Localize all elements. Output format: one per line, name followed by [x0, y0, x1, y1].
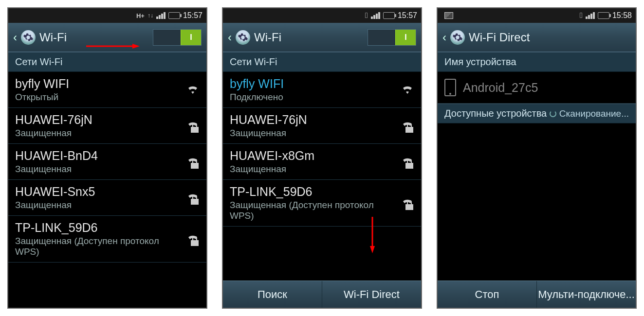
phone-screen-wifi-direct:  15:58 ‹ Wi-Fi Direct Имя устройства An… [437, 7, 637, 309]
settings-gear-icon [236, 30, 250, 45]
network-status: Защищенная [230, 164, 395, 175]
phone-screen-wifi-connected:  15:57 ‹ Wi-Fi I Сети Wi-Fi byfly WIFI … [222, 7, 422, 309]
section-header-device-name: Имя устройства [438, 52, 636, 72]
wifi-network-item[interactable]: HUAWEI-BnD4 Защищенная [8, 144, 206, 180]
section-header-available-devices: Доступные устройства Сканирование... [438, 104, 636, 123]
wifi-network-item[interactable]: HUAWEI-76jN Защищенная [223, 108, 421, 144]
wifi-signal-icon [401, 84, 414, 96]
network-status: Защищенная (Доступен протокол WPS) [15, 236, 180, 257]
status-time: 15:58 [612, 11, 632, 20]
signal-icon [586, 12, 595, 19]
wifi-status-icon:  [365, 11, 368, 20]
data-arrows-icon: ↑↓ [147, 14, 153, 17]
svg-marker-1 [132, 44, 140, 49]
network-name: TP-LINK_59D6 [15, 221, 180, 235]
wifi-signal-locked-icon [401, 120, 414, 132]
wifi-network-item[interactable]: byfly WIFI Подключено [223, 72, 421, 108]
phone-device-icon [444, 79, 456, 96]
battery-icon [598, 12, 609, 19]
wifi-network-item[interactable]: HUAWEI-x8Gm Защищенная [223, 144, 421, 180]
svg-rect-5 [191, 240, 199, 246]
status-time: 15:57 [398, 11, 417, 20]
status-time: 15:57 [183, 11, 202, 20]
network-status: Открытый [15, 92, 180, 103]
status-bar:  15:57 [223, 8, 421, 23]
network-status: Подключено [230, 92, 395, 103]
header-title: Wi-Fi [39, 31, 149, 44]
wifi-toggle[interactable]: I [368, 29, 416, 46]
status-bar: H+ ↑↓ 15:57 [8, 8, 206, 23]
network-name: byfly WIFI [230, 77, 395, 91]
wifi-network-item[interactable]: TP-LINK_59D6 Защищенная (Доступен проток… [8, 216, 206, 263]
network-name: TP-LINK_59D6 [230, 185, 395, 199]
signal-icon [156, 12, 166, 19]
network-name: HUAWEI-BnD4 [15, 149, 180, 163]
settings-gear-icon [450, 30, 465, 45]
notification-icon [444, 12, 453, 19]
wifi-network-item[interactable]: HUAWEI-76jN Защищенная [8, 108, 206, 144]
network-status: Защищенная [15, 128, 180, 139]
back-icon[interactable]: ‹ [228, 31, 232, 44]
wifi-network-item[interactable]: TP-LINK_59D6 Защищенная (Доступен проток… [223, 180, 421, 227]
wifi-network-list: byfly WIFI Открытый HUAWEI-76jN Защищенн… [8, 72, 206, 308]
svg-rect-7 [405, 163, 413, 169]
svg-rect-2 [191, 127, 199, 133]
spinner-icon [550, 110, 556, 117]
device-name-label: Android_27c5 [463, 81, 538, 95]
wifi-signal-locked-icon [401, 197, 414, 209]
network-name: HUAWEI-76jN [230, 113, 395, 127]
annotation-red-arrow-icon [86, 44, 140, 49]
data-indicator: H+ [136, 12, 145, 19]
wifi-network-list: byfly WIFI Подключено HUAWEI-76jN Защище… [223, 72, 421, 281]
wifi-signal-locked-icon [186, 233, 200, 245]
section-header-networks: Сети Wi-Fi [8, 52, 206, 72]
multi-connect-button[interactable]: Мульти-подключе... [537, 281, 636, 308]
wifi-signal-locked-icon [186, 120, 200, 132]
bottom-bar: Поиск Wi-Fi Direct [223, 281, 421, 308]
available-devices-list [438, 123, 636, 281]
back-icon[interactable]: ‹ [13, 31, 17, 44]
wifi-status-icon:  [580, 11, 583, 20]
svg-marker-10 [370, 246, 375, 253]
svg-rect-3 [191, 163, 199, 169]
header-title: Wi-Fi Direct [469, 31, 631, 44]
wifi-direct-button[interactable]: Wi-Fi Direct [322, 281, 421, 308]
header-title: Wi-Fi [254, 31, 364, 44]
wifi-signal-icon [186, 84, 200, 96]
network-name: HUAWEI-Snx5 [15, 185, 180, 199]
network-status: Защищенная (Доступен протокол WPS) [230, 200, 395, 221]
signal-icon [371, 12, 380, 19]
header-bar: ‹ Wi-Fi I [223, 23, 421, 52]
bottom-bar: Стоп Мульти-подключе... [438, 281, 636, 308]
network-name: HUAWEI-76jN [15, 113, 180, 127]
device-name-row[interactable]: Android_27c5 [438, 72, 636, 104]
network-name: byfly WIFI [15, 77, 180, 91]
battery-icon [383, 12, 395, 19]
svg-rect-4 [191, 199, 199, 205]
stop-button[interactable]: Стоп [438, 281, 537, 308]
scanning-indicator: Сканирование... [550, 108, 629, 119]
status-bar:  15:58 [438, 8, 636, 23]
wifi-network-item[interactable]: byfly WIFI Открытый [8, 72, 206, 108]
wifi-network-item[interactable]: HUAWEI-Snx5 Защищенная [8, 180, 206, 216]
wifi-signal-locked-icon [186, 192, 200, 204]
back-icon[interactable]: ‹ [442, 31, 446, 44]
svg-rect-6 [405, 127, 413, 133]
header-bar: ‹ Wi-Fi Direct [438, 23, 636, 52]
scan-button[interactable]: Поиск [223, 281, 322, 308]
wifi-toggle[interactable]: I [153, 29, 202, 46]
svg-rect-8 [405, 204, 413, 210]
phone-screen-wifi-list: H+ ↑↓ 15:57 ‹ Wi-Fi I Сети Wi-Fi byfly W… [7, 7, 207, 309]
network-status: Защищенная [15, 200, 180, 211]
section-header-networks: Сети Wi-Fi [223, 52, 421, 72]
network-name: HUAWEI-x8Gm [230, 149, 395, 163]
network-status: Защищенная [230, 128, 395, 139]
network-status: Защищенная [15, 164, 180, 175]
wifi-signal-locked-icon [401, 156, 414, 168]
available-devices-label: Доступные устройства [444, 108, 547, 119]
wifi-signal-locked-icon [186, 156, 200, 168]
header-bar: ‹ Wi-Fi I [8, 23, 206, 52]
settings-gear-icon [21, 30, 36, 45]
battery-icon [168, 12, 180, 19]
